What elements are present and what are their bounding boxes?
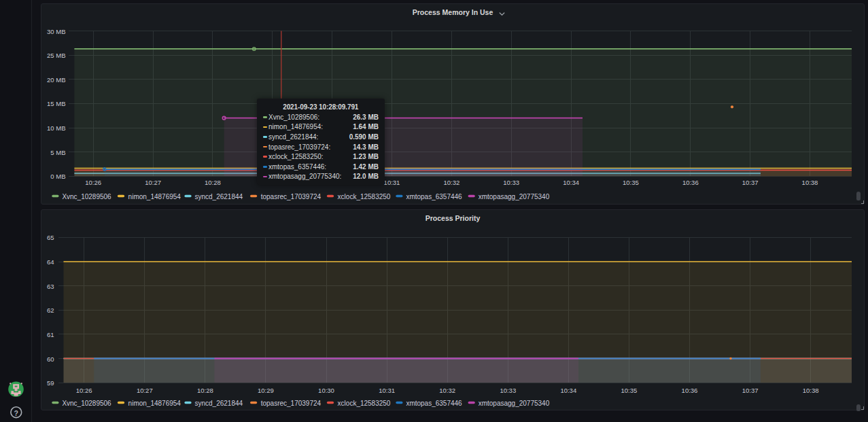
svg-text:62: 62	[47, 306, 54, 314]
svg-text:10:33: 10:33	[503, 179, 519, 186]
svg-text:10:36: 10:36	[682, 179, 699, 186]
svg-text:20 MB: 20 MB	[47, 76, 65, 84]
svg-text:15 MB: 15 MB	[47, 100, 65, 107]
svg-text:5 MB: 5 MB	[50, 149, 65, 156]
svg-text:Xvnc_10289506: Xvnc_10289506	[62, 193, 111, 200]
svg-text:10:27: 10:27	[137, 387, 153, 394]
svg-text:0 MB: 0 MB	[50, 173, 65, 180]
svg-text:63: 63	[47, 283, 54, 290]
svg-text:topasrec_17039724: topasrec_17039724	[261, 193, 322, 200]
svg-text:xclock_12583250: xclock_12583250	[338, 193, 391, 200]
svg-text:10:31: 10:31	[379, 387, 395, 394]
svg-text:xmtopas_6357446: xmtopas_6357446	[406, 193, 462, 200]
svg-text:10:27: 10:27	[145, 179, 161, 186]
svg-text:10:28: 10:28	[205, 179, 221, 186]
svg-text:nimon_14876954: nimon_14876954	[128, 193, 181, 200]
svg-text:25 MB: 25 MB	[47, 52, 65, 59]
svg-text:10:34: 10:34	[560, 387, 576, 394]
svg-text:64: 64	[47, 258, 54, 266]
svg-text:65: 65	[47, 234, 54, 241]
svg-text:10:34: 10:34	[563, 179, 579, 186]
svg-text:xclock_12583250: xclock_12583250	[338, 400, 391, 407]
svg-text:10:35: 10:35	[623, 179, 639, 186]
svg-text:10:38: 10:38	[802, 179, 818, 186]
svg-text:61: 61	[47, 331, 54, 338]
svg-text:topasrec_17039724: topasrec_17039724	[261, 400, 322, 407]
svg-text:10:28: 10:28	[197, 387, 213, 394]
svg-text:10:32: 10:32	[439, 387, 455, 394]
svg-text:xmtopasagg_20775340: xmtopasagg_20775340	[479, 193, 550, 200]
svg-text:60: 60	[47, 355, 54, 363]
svg-text:syncd_2621844: syncd_2621844	[195, 400, 243, 407]
svg-text:xmtopasagg_20775340: xmtopasagg_20775340	[479, 400, 550, 407]
svg-text:10:26: 10:26	[85, 179, 101, 186]
svg-text:10:35: 10:35	[621, 387, 638, 394]
svg-text:10 MB: 10 MB	[47, 124, 65, 132]
svg-text:10:37: 10:37	[742, 387, 759, 394]
svg-text:syncd_2621844: syncd_2621844	[195, 193, 243, 200]
svg-text:10:33: 10:33	[500, 387, 516, 394]
svg-text:?: ?	[14, 409, 18, 417]
svg-text:59: 59	[47, 379, 54, 387]
svg-text:Xvnc_10289506: Xvnc_10289506	[62, 400, 111, 407]
svg-text:10:36: 10:36	[682, 387, 698, 394]
svg-text:10:30: 10:30	[318, 387, 334, 394]
svg-text:nimon_14876954: nimon_14876954	[128, 400, 181, 407]
svg-text:30 MB: 30 MB	[47, 28, 65, 35]
svg-text:xmtopas_6357446: xmtopas_6357446	[406, 400, 462, 407]
svg-text:10:29: 10:29	[258, 387, 274, 394]
svg-text:10:32: 10:32	[444, 179, 460, 186]
svg-text:10:38: 10:38	[803, 387, 819, 394]
svg-text:10:26: 10:26	[76, 387, 92, 394]
svg-text:10:37: 10:37	[742, 179, 759, 186]
svg-text:10:31: 10:31	[384, 179, 400, 186]
